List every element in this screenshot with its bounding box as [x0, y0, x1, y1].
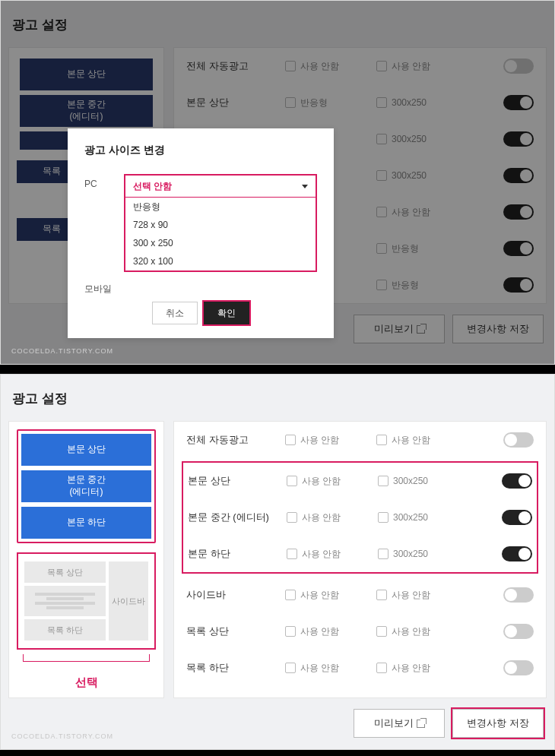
toggle[interactable]	[503, 277, 534, 293]
checkbox[interactable]	[285, 663, 296, 673]
highlighted-rows: 본문 상단 사용 안함 300x250 본문 중간 (에디터) 사용 안함 30…	[182, 461, 538, 574]
checkbox[interactable]	[378, 512, 388, 523]
setting-row: 본문 하단 사용 안함 300x250	[183, 536, 537, 572]
setting-row: 본문 상단 사용 안함 300x250	[183, 463, 537, 499]
checkbox[interactable]	[285, 626, 296, 637]
checkbox[interactable]	[376, 134, 387, 144]
checkbox[interactable]	[285, 97, 296, 108]
dropdown-option[interactable]: 300 x 250	[125, 234, 316, 252]
checkbox[interactable]	[376, 626, 387, 637]
toggle[interactable]	[503, 241, 534, 256]
checkbox[interactable]	[376, 590, 387, 600]
save-button[interactable]: 변경사항 저장	[452, 315, 544, 343]
confirm-button[interactable]: 확인	[204, 302, 249, 324]
dropdown-list: 반응형 728 x 90 300 x 250 320 x 100	[125, 197, 316, 270]
sidebar-btn-body-top[interactable]: 본문 상단	[21, 434, 151, 466]
sidebar-btn-body-mid[interactable]: 본문 중간 (에디터)	[20, 95, 153, 127]
preview-button[interactable]: 미리보기	[354, 315, 445, 343]
checkbox[interactable]	[285, 61, 296, 71]
modal-label-mobile: 모바일	[84, 278, 124, 296]
cancel-button[interactable]: 취소	[152, 302, 198, 324]
toggle[interactable]	[502, 546, 532, 561]
toggle[interactable]	[503, 204, 534, 220]
toggle[interactable]	[503, 624, 534, 639]
external-link-icon	[417, 720, 425, 728]
setting-row: 본문 중간 (에디터) 사용 안함 300x250	[183, 499, 537, 536]
sidebar-btn-body-bottom[interactable]: 본문 하단	[21, 507, 151, 539]
checkbox[interactable]	[287, 476, 297, 486]
sidebar-btn-body-top[interactable]: 본문 상단	[20, 59, 153, 90]
modal-title: 광고 사이즈 변경	[84, 144, 317, 157]
checkbox[interactable]	[378, 476, 388, 486]
watermark: COCOELDA.TISTORY.COM	[11, 347, 113, 355]
dropdown-selected-value: 선택 안함	[133, 180, 172, 193]
checkbox[interactable]	[376, 97, 387, 108]
page-title: 광고 설정	[8, 390, 547, 407]
toggle[interactable]	[503, 95, 534, 110]
sidebar: 본문 상단 본문 중간 (에디터) 본문 하단 목록 상단 목록 하단 사이드바…	[8, 421, 164, 698]
select-label: 선택	[17, 675, 156, 690]
checkbox[interactable]	[376, 280, 387, 290]
size-dropdown[interactable]: 선택 안함 반응형 728 x 90 300 x 250 320 x 100	[124, 174, 317, 272]
preview-button[interactable]: 미리보기	[354, 709, 445, 738]
checkbox[interactable]	[287, 512, 297, 523]
checkbox[interactable]	[376, 61, 387, 71]
body-buttons-group: 본문 상단 본문 중간 (에디터) 본문 하단	[17, 429, 156, 543]
dropdown-option[interactable]: 반응형	[125, 198, 316, 216]
ad-size-modal: 광고 사이즈 변경 PC 선택 안함 반응형 728 x 90 300 x 25…	[68, 128, 334, 338]
setting-row: 전체 자동광고사용 안함사용 안함	[182, 48, 538, 84]
sidebar-btn-body-mid[interactable]: 본문 중간 (에디터)	[21, 470, 151, 502]
checkbox[interactable]	[376, 207, 387, 217]
setting-row: 사이드바 사용 안함 사용 안함	[182, 577, 538, 613]
toggle[interactable]	[503, 131, 534, 147]
toggle[interactable]	[502, 473, 532, 489]
external-link-icon	[417, 325, 425, 334]
save-button[interactable]: 변경사항 저장	[452, 709, 544, 738]
settings-table: 전체 자동광고 사용 안함 사용 안함 본문 상단 사용 안함 300x250 …	[173, 421, 547, 698]
toggle[interactable]	[503, 59, 534, 74]
setting-row: 본문 상단반응형300x250	[182, 84, 538, 121]
checkbox[interactable]	[287, 549, 297, 559]
preview-sidebar: 사이드바	[109, 561, 148, 641]
toggle[interactable]	[503, 660, 534, 675]
checkbox[interactable]	[285, 590, 296, 600]
setting-row: 목록 하단 사용 안함 사용 안함	[182, 650, 538, 686]
preview-list-top: 목록 상단	[24, 561, 106, 583]
chevron-down-icon	[302, 185, 308, 188]
page-title: 광고 설정	[8, 16, 547, 33]
checkbox[interactable]	[376, 663, 387, 673]
watermark: COCOELDA.TISTORY.COM	[11, 732, 113, 740]
checkbox[interactable]	[376, 435, 387, 445]
ad-settings-panel-top: 광고 설정 본문 상단 본문 중간 (에디터) 목록 목록 전체 자동광고사용 …	[0, 0, 555, 365]
checkbox[interactable]	[285, 435, 296, 445]
dropdown-option[interactable]: 728 x 90	[125, 216, 316, 234]
toggle[interactable]	[503, 587, 534, 603]
preview-content	[24, 586, 106, 616]
layout-preview: 목록 상단 목록 하단 사이드바	[17, 552, 156, 650]
toggle[interactable]	[502, 510, 532, 525]
checkbox[interactable]	[378, 549, 388, 559]
toggle[interactable]	[503, 168, 534, 183]
setting-row-auto: 전체 자동광고 사용 안함 사용 안함	[182, 422, 538, 458]
setting-row: 목록 상단 사용 안함 사용 안함	[182, 613, 538, 650]
toggle[interactable]	[503, 432, 534, 448]
ad-settings-panel-bottom: 광고 설정 본문 상단 본문 중간 (에디터) 본문 하단 목록 상단 목록 하…	[0, 374, 555, 750]
checkbox[interactable]	[376, 243, 387, 254]
dropdown-option[interactable]: 320 x 100	[125, 252, 316, 270]
checkbox[interactable]	[376, 170, 387, 181]
preview-list-bottom: 목록 하단	[24, 619, 106, 641]
modal-label-pc: PC	[84, 174, 124, 189]
